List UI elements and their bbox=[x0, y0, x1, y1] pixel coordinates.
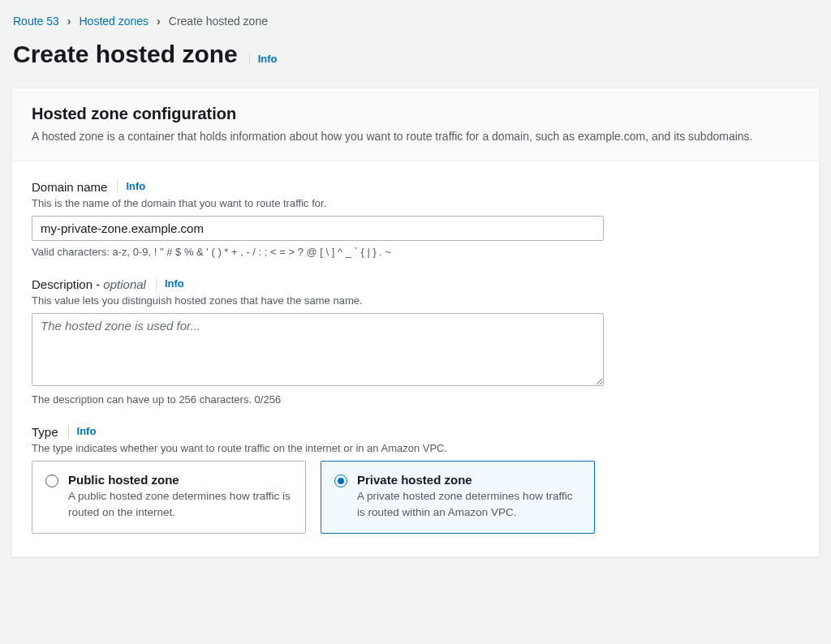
domain-name-label: Domain name bbox=[32, 180, 107, 194]
description-desc: This value lets you distinguish hosted z… bbox=[32, 294, 799, 307]
type-option-private-desc: A private hosted zone determines how tra… bbox=[357, 488, 581, 520]
chevron-right-icon: › bbox=[67, 15, 71, 28]
domain-name-hint: Valid characters: a-z, 0-9, ! " # $ % & … bbox=[32, 246, 799, 258]
domain-name-desc: This is the name of the domain that you … bbox=[32, 197, 799, 209]
description-label-main: Description - bbox=[32, 277, 103, 291]
breadcrumb: Route 53 › Hosted zones › Create hosted … bbox=[11, 11, 820, 34]
page-title: Create hosted zone bbox=[13, 41, 238, 68]
breadcrumb-link-route53[interactable]: Route 53 bbox=[13, 15, 59, 28]
panel-title: Hosted zone configuration bbox=[32, 105, 799, 123]
domain-name-input[interactable] bbox=[32, 216, 604, 241]
panel-header: Hosted zone configuration A hosted zone … bbox=[12, 88, 819, 161]
chevron-right-icon: › bbox=[157, 15, 161, 28]
panel-description: A hosted zone is a container that holds … bbox=[32, 128, 799, 145]
type-option-public-desc: A public hosted zone determines how traf… bbox=[68, 488, 292, 520]
config-panel: Hosted zone configuration A hosted zone … bbox=[11, 88, 820, 557]
radio-icon bbox=[334, 474, 347, 487]
description-label: Description - optional bbox=[32, 277, 146, 291]
description-hint: The description can have up to 256 chara… bbox=[32, 393, 799, 406]
field-description: Description - optional Info This value l… bbox=[32, 277, 799, 406]
type-desc: The type indicates whether you want to r… bbox=[32, 442, 799, 454]
info-link-page[interactable]: Info bbox=[249, 54, 278, 65]
type-option-public[interactable]: Public hosted zone A public hosted zone … bbox=[32, 461, 306, 534]
info-link-type[interactable]: Info bbox=[68, 426, 97, 437]
field-domain-name: Domain name Info This is the name of the… bbox=[32, 180, 799, 258]
type-option-public-title: Public hosted zone bbox=[68, 473, 292, 487]
radio-icon bbox=[45, 474, 58, 487]
breadcrumb-link-hosted-zones[interactable]: Hosted zones bbox=[80, 15, 149, 28]
breadcrumb-current: Create hosted zone bbox=[169, 15, 268, 28]
info-link-description[interactable]: Info bbox=[156, 278, 184, 290]
field-type: Type Info The type indicates whether you… bbox=[32, 425, 799, 534]
type-option-private[interactable]: Private hosted zone A private hosted zon… bbox=[321, 461, 595, 534]
description-input[interactable] bbox=[32, 313, 604, 386]
type-label: Type bbox=[32, 425, 58, 439]
type-option-private-title: Private hosted zone bbox=[357, 473, 581, 487]
info-link-domain[interactable]: Info bbox=[117, 181, 145, 192]
description-label-optional: optional bbox=[103, 277, 146, 291]
